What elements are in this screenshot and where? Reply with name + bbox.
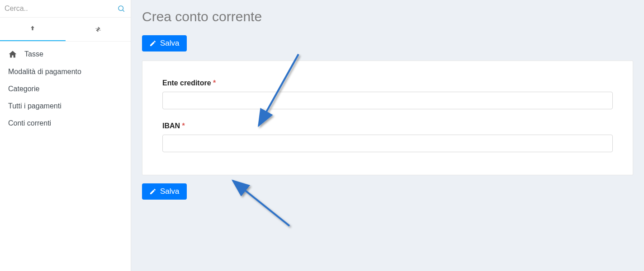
sidebar-item-label: Modalità di pagamento [8, 68, 81, 76]
sidebar-item-tutti-pagamenti[interactable]: Tutti i pagamenti [0, 98, 131, 115]
required-asterisk: * [182, 122, 185, 130]
save-button-label: Salva [160, 39, 180, 48]
sidebar-nav: Tasse Modalità di pagamento Categorie Tu… [0, 42, 131, 132]
label-text: IBAN [162, 122, 180, 130]
sidebar-item-label: Categorie [8, 85, 39, 93]
iban-field[interactable] [162, 135, 613, 152]
sidebar-item-modalita-pagamento[interactable]: Modalità di pagamento [0, 63, 131, 80]
sidebar-item-label: Conti correnti [8, 119, 51, 127]
tab-upload[interactable] [0, 18, 66, 41]
edit-icon [149, 40, 156, 47]
search-input[interactable] [0, 0, 131, 17]
form-group-iban: IBAN * [162, 122, 613, 152]
page-title: Crea conto corrente [142, 9, 633, 24]
iban-label: IBAN * [162, 122, 613, 130]
home-icon [8, 50, 17, 59]
save-button-bottom[interactable]: Salva [142, 183, 187, 200]
search-wrap [0, 0, 131, 18]
sidebar-item-conti-correnti[interactable]: Conti correnti [0, 115, 131, 132]
sync-icon [94, 25, 102, 33]
save-button-label: Salva [160, 187, 180, 196]
required-asterisk: * [213, 79, 216, 87]
upload-arrow-icon [28, 25, 37, 33]
ente-creditore-field[interactable] [162, 92, 613, 109]
sidebar: Tasse Modalità di pagamento Categorie Tu… [0, 0, 131, 271]
main-content: Crea conto corrente Salva Ente creditore… [131, 0, 644, 271]
search-icon [117, 5, 125, 13]
sidebar-item-label: Tasse [24, 50, 43, 58]
form-card: Ente creditore * IBAN * [142, 61, 633, 175]
svg-line-1 [123, 10, 124, 11]
tab-sync[interactable] [66, 18, 131, 41]
sidebar-item-categorie[interactable]: Categorie [0, 80, 131, 98]
label-text: Ente creditore [162, 79, 211, 87]
ente-creditore-label: Ente creditore * [162, 79, 613, 87]
form-group-ente-creditore: Ente creditore * [162, 79, 613, 109]
save-button-top[interactable]: Salva [142, 35, 187, 51]
edit-icon [149, 188, 156, 195]
svg-point-0 [118, 6, 123, 11]
sidebar-tabs [0, 18, 131, 42]
sidebar-item-label: Tutti i pagamenti [8, 102, 62, 110]
sidebar-item-tasse[interactable]: Tasse [0, 45, 131, 63]
